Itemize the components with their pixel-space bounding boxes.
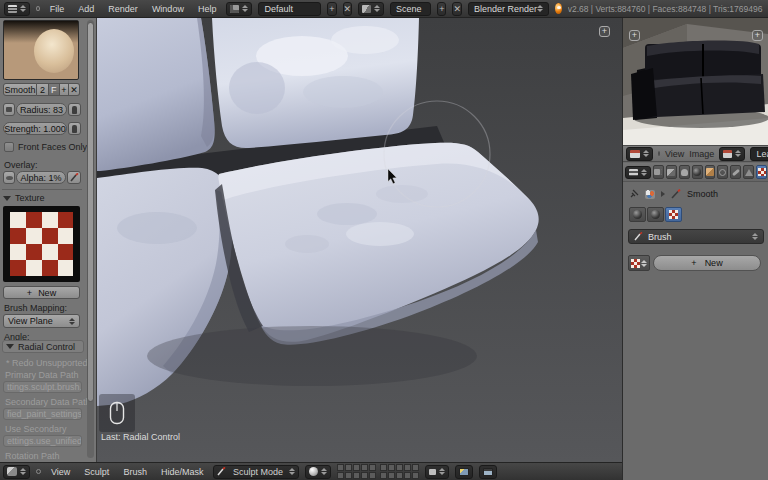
material-texture-icon: [651, 210, 660, 219]
scene-name[interactable]: Scene: [390, 2, 431, 16]
brush-datablock-icon: [645, 190, 655, 199]
tab-modifiers[interactable]: [730, 165, 741, 179]
image-datablock-icon[interactable]: [719, 147, 745, 161]
add-layout-button[interactable]: +: [327, 2, 336, 16]
material-texture-context-button[interactable]: [647, 207, 664, 222]
screen-layout-icon-button[interactable]: [226, 2, 252, 16]
strength-pressure-toggle[interactable]: [68, 122, 81, 135]
radial-control-panel-header[interactable]: Radial Control: [2, 340, 84, 353]
header-collapse-icon[interactable]: [658, 151, 660, 156]
opengl-render-image-button[interactable]: [455, 465, 473, 479]
brush-texture-context-button[interactable]: [665, 207, 682, 222]
delete-layout-button[interactable]: ✕: [343, 2, 353, 16]
menu-help[interactable]: Help: [194, 4, 221, 14]
front-faces-checkbox[interactable]: [4, 142, 14, 152]
brush-texture-icon: [669, 210, 678, 219]
editor-type-selector-info[interactable]: [4, 2, 30, 16]
texture-browse-button[interactable]: [628, 255, 650, 271]
tab-render[interactable]: [653, 165, 664, 179]
overlay-brush-icon[interactable]: [67, 171, 81, 184]
toolshelf-scrollbar[interactable]: [87, 20, 94, 458]
texture-preview-frame[interactable]: [3, 206, 80, 282]
fake-user-button[interactable]: F: [49, 83, 60, 96]
delete-scene-button[interactable]: ✕: [452, 2, 462, 16]
use-secondary-field[interactable]: ettings.use_unified_size: [3, 435, 82, 447]
brush-icon: [671, 189, 681, 199]
layers-widget[interactable]: [337, 464, 419, 479]
image-editor-icon: [630, 150, 640, 158]
radius-pressure-toggle[interactable]: [68, 103, 81, 116]
menu-view[interactable]: View: [47, 467, 74, 477]
texture-new-button[interactable]: +New: [653, 255, 761, 271]
tab-object[interactable]: [705, 165, 716, 179]
alpha-slider[interactable]: Alpha: 1%: [16, 171, 66, 184]
camera-icon: [654, 169, 662, 175]
mode-select[interactable]: Sculpt Mode: [213, 465, 299, 479]
plus-icon: +: [27, 288, 32, 298]
render-engine-select[interactable]: Blender Render: [468, 2, 549, 16]
screen-layout-name[interactable]: Default: [258, 2, 321, 16]
image-name-field[interactable]: Leather C: [750, 147, 768, 161]
brush-name-field[interactable]: Smooth: [3, 83, 37, 96]
header-collapse-icon[interactable]: [36, 469, 41, 474]
strength-slider[interactable]: Strength: 1.000: [3, 122, 67, 135]
last-action-text: Last: Radial Control: [101, 432, 180, 442]
properties-editor: Smooth Brush +New: [623, 163, 768, 480]
rotation-path-label: Rotation Path: [5, 451, 60, 461]
editor-type-selector-image[interactable]: [626, 147, 653, 161]
menu-add[interactable]: Add: [74, 4, 98, 14]
opengl-render-anim-button[interactable]: [479, 465, 497, 479]
menu-sculpt[interactable]: Sculpt: [80, 467, 113, 477]
overlay-visibility-toggle[interactable]: [3, 171, 15, 184]
texture-panel-header[interactable]: Texture: [3, 193, 45, 203]
breadcrumb-arrow-icon: [661, 191, 665, 197]
tab-scene[interactable]: [679, 165, 690, 179]
texture-checker-icon: [758, 168, 766, 176]
tab-render-layers[interactable]: [666, 165, 677, 179]
menu-brush[interactable]: Brush: [119, 467, 151, 477]
scene-icon-button[interactable]: [358, 2, 384, 16]
texture-new-button[interactable]: +New: [3, 286, 80, 299]
region-expand-plus-icon[interactable]: +: [599, 26, 610, 37]
region-plus-icon[interactable]: +: [629, 30, 640, 41]
unlink-brush-button[interactable]: ✕: [69, 83, 80, 96]
menu-render[interactable]: Render: [104, 4, 142, 14]
unified-radius-icon[interactable]: [3, 103, 15, 116]
tab-constraints[interactable]: [717, 165, 728, 179]
radius-slider[interactable]: Radius: 83: [16, 103, 67, 116]
scene-lock-toggle[interactable]: [425, 465, 449, 479]
pin-icon[interactable]: [629, 189, 639, 199]
brush-preview-image[interactable]: [3, 20, 79, 80]
tab-object-data[interactable]: [743, 165, 754, 179]
image-editor-canvas[interactable]: + +: [623, 18, 768, 145]
texture-datablock-row: +New: [628, 255, 761, 271]
secondary-data-path-field[interactable]: fied_paint_settings.size: [3, 408, 82, 420]
viewport-3d[interactable]: + Last: Radial Control: [97, 18, 622, 462]
menu-file[interactable]: File: [46, 4, 69, 14]
editor-type-selector-3dview[interactable]: [3, 465, 30, 479]
add-brush-button[interactable]: +: [60, 83, 70, 96]
menu-window[interactable]: Window: [148, 4, 188, 14]
menu-image[interactable]: Image: [689, 149, 714, 159]
region-plus-icon[interactable]: +: [752, 30, 763, 41]
chevron-updown-icon: [752, 233, 758, 240]
add-scene-button[interactable]: +: [437, 2, 446, 16]
tab-texture[interactable]: [756, 165, 767, 179]
menu-hide-mask[interactable]: Hide/Mask: [157, 467, 208, 477]
editor-type-selector-properties[interactable]: [625, 166, 651, 179]
layer-group-1[interactable]: [337, 464, 376, 479]
chevron-updown-icon: [643, 150, 649, 157]
menu-view[interactable]: View: [665, 149, 684, 159]
tab-world[interactable]: [692, 165, 703, 179]
viewport-header: View Sculpt Brush Hide/Mask Sculpt Mode: [0, 462, 622, 480]
blender-window: File Add Render Window Help Default + ✕ …: [0, 0, 768, 480]
layer-group-2[interactable]: [380, 464, 419, 479]
primary-data-path-field[interactable]: ttings.sculpt.brush.size: [3, 381, 82, 393]
world-texture-context-button[interactable]: [629, 207, 646, 222]
scrollbar-thumb[interactable]: [87, 22, 94, 402]
brush-texture-slot-dropdown[interactable]: Brush: [628, 229, 764, 244]
brush-mapping-select[interactable]: View Plane: [3, 314, 80, 328]
header-collapse-icon[interactable]: [36, 6, 40, 11]
brush-users-count[interactable]: 2: [37, 83, 49, 96]
viewport-shading-select[interactable]: [305, 465, 331, 479]
